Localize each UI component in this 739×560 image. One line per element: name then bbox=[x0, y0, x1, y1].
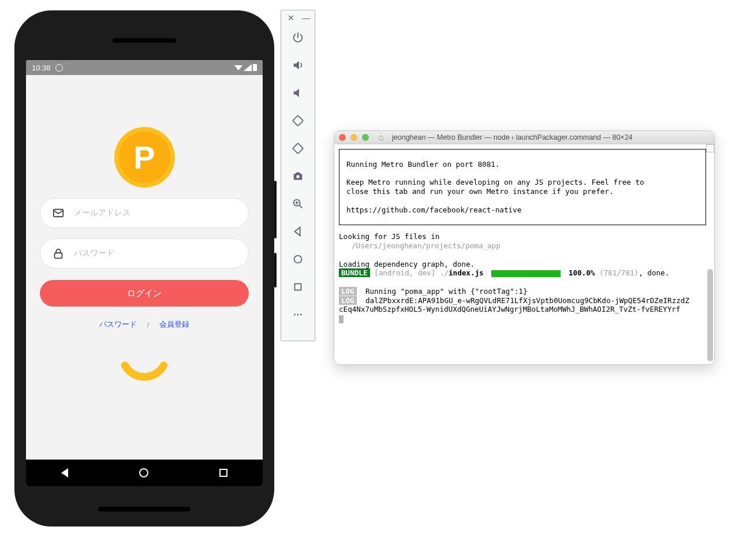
log-line: LOG Running "poma_app" with {"rootTag":1… bbox=[339, 287, 710, 296]
zoom-in-icon[interactable] bbox=[292, 197, 304, 210]
metro-line: close this tab and run your own Metro in… bbox=[346, 187, 699, 196]
phone-side-button bbox=[274, 253, 277, 288]
terminal-title: jeonghean — Metro Bundler — node ‹ launc… bbox=[392, 133, 633, 141]
svg-rect-3 bbox=[293, 143, 303, 154]
coin-letter: P bbox=[133, 139, 155, 176]
bundle-count: (781/781) bbox=[599, 268, 639, 277]
svg-rect-7 bbox=[295, 284, 301, 290]
volume-up-icon[interactable] bbox=[292, 59, 304, 72]
minimize-icon[interactable]: — bbox=[302, 14, 310, 22]
email-field[interactable]: メールアドレス bbox=[40, 198, 249, 228]
log-text: dalZPbxxrdE:APA91bGU_e-wRgQVLdRE71LfXjsV… bbox=[365, 296, 689, 305]
auth-links: パスワード / 会員登録 bbox=[99, 319, 190, 330]
svg-rect-1 bbox=[55, 253, 62, 258]
nav-overview-icon[interactable] bbox=[292, 281, 304, 293]
metro-line: Running Metro Bundler on port 8081. bbox=[346, 160, 699, 169]
nav-home-button[interactable] bbox=[139, 468, 148, 477]
lock-icon bbox=[52, 247, 65, 260]
log-tag: LOG bbox=[339, 296, 357, 305]
android-nav-bar bbox=[26, 460, 263, 486]
term-path: /Users/jeonghean/projects/poma_app bbox=[339, 241, 710, 251]
terminal-scrollbar[interactable] bbox=[707, 269, 713, 361]
window-close-button[interactable] bbox=[339, 134, 346, 141]
metro-line: Keep Metro running while developing on a… bbox=[346, 178, 699, 187]
window-minimize-button[interactable] bbox=[350, 134, 357, 141]
term-line: Loading dependency graph, done. bbox=[339, 260, 710, 269]
forgot-password-link[interactable]: パスワード bbox=[99, 319, 137, 330]
svg-point-6 bbox=[294, 256, 302, 263]
phone-side-button bbox=[274, 181, 277, 238]
progress-bar bbox=[491, 270, 561, 277]
password-placeholder: パスワード bbox=[74, 248, 114, 259]
login-button[interactable]: ログイン bbox=[40, 280, 249, 307]
metro-info-box: Running Metro Bundler on port 8081. Keep… bbox=[339, 149, 706, 225]
window-zoom-button[interactable] bbox=[362, 134, 369, 141]
metro-line: https://github.com/facebook/react-native bbox=[346, 206, 699, 215]
wifi-icon bbox=[234, 65, 242, 70]
password-field[interactable]: パスワード bbox=[40, 238, 249, 268]
bundle-tag: BUNDLE bbox=[339, 268, 370, 277]
home-icon: ⌂ bbox=[377, 133, 385, 141]
bundle-dot: ./ bbox=[435, 268, 449, 277]
svg-point-10 bbox=[300, 314, 302, 316]
log-line: cEq4Nx7uMbSzpfxHOL5-WynidUXdQGneUiAYJwNg… bbox=[339, 305, 710, 314]
phone-chin bbox=[98, 507, 191, 512]
status-icon bbox=[55, 64, 63, 72]
battery-icon bbox=[253, 64, 257, 71]
log-text: Running "poma_app" with {"rootTag":1} bbox=[365, 287, 528, 296]
loading-spinner bbox=[117, 352, 172, 407]
close-icon[interactable]: ✕ bbox=[287, 14, 295, 22]
app-login-screen: P メールアドレス パスワード ログイン パスワード / 会員登録 bbox=[26, 75, 263, 460]
more-icon[interactable] bbox=[292, 308, 304, 321]
bundle-done: , done. bbox=[639, 268, 669, 277]
device-screen: 10:38 P メールアドレス パスワード ログイン bbox=[26, 60, 263, 486]
bundle-env: [android, dev] bbox=[374, 268, 435, 277]
terminal-output[interactable]: Running Metro Bundler on port 8081. Keep… bbox=[334, 144, 714, 364]
svg-point-4 bbox=[296, 175, 300, 178]
volume-down-icon[interactable] bbox=[292, 87, 304, 99]
emulator-toolbar: ✕ — bbox=[281, 10, 315, 341]
nav-back-icon[interactable] bbox=[292, 225, 304, 238]
status-time: 10:38 bbox=[32, 64, 51, 72]
terminal-cursor bbox=[339, 315, 344, 323]
signal-icon bbox=[244, 64, 252, 71]
nav-back-button[interactable] bbox=[61, 468, 68, 477]
nav-recents-button[interactable] bbox=[219, 469, 227, 477]
log-tag: LOG bbox=[339, 287, 357, 296]
phone-speaker bbox=[113, 38, 176, 43]
rotate-left-icon[interactable] bbox=[292, 114, 304, 127]
app-logo-coin: P bbox=[114, 127, 175, 188]
bundle-pct: 100.0% bbox=[569, 268, 595, 277]
register-link[interactable]: 会員登録 bbox=[159, 319, 189, 330]
rotate-right-icon[interactable] bbox=[292, 142, 304, 155]
mail-icon bbox=[52, 207, 65, 219]
svg-rect-2 bbox=[293, 115, 303, 126]
status-bar: 10:38 bbox=[26, 60, 263, 75]
bundle-file: index.js bbox=[449, 268, 484, 277]
svg-point-9 bbox=[297, 314, 299, 316]
android-emulator-device: 10:38 P メールアドレス パスワード ログイン bbox=[14, 10, 274, 527]
svg-point-8 bbox=[294, 314, 296, 316]
email-placeholder: メールアドレス bbox=[74, 208, 130, 218]
bundle-line: BUNDLE [android, dev] ./index.js 100.0% … bbox=[339, 268, 710, 278]
nav-home-icon[interactable] bbox=[292, 253, 304, 266]
link-separator: / bbox=[147, 320, 150, 329]
terminal-window: ⌂ jeonghean — Metro Bundler — node ‹ lau… bbox=[334, 130, 715, 365]
term-line: Looking for JS files in bbox=[339, 232, 710, 241]
power-icon[interactable] bbox=[292, 31, 304, 44]
terminal-titlebar[interactable]: ⌂ jeonghean — Metro Bundler — node ‹ lau… bbox=[334, 131, 714, 144]
log-line: LOG dalZPbxxrdE:APA91bGU_e-wRgQVLdRE71Lf… bbox=[339, 296, 710, 305]
camera-icon[interactable] bbox=[292, 170, 304, 182]
